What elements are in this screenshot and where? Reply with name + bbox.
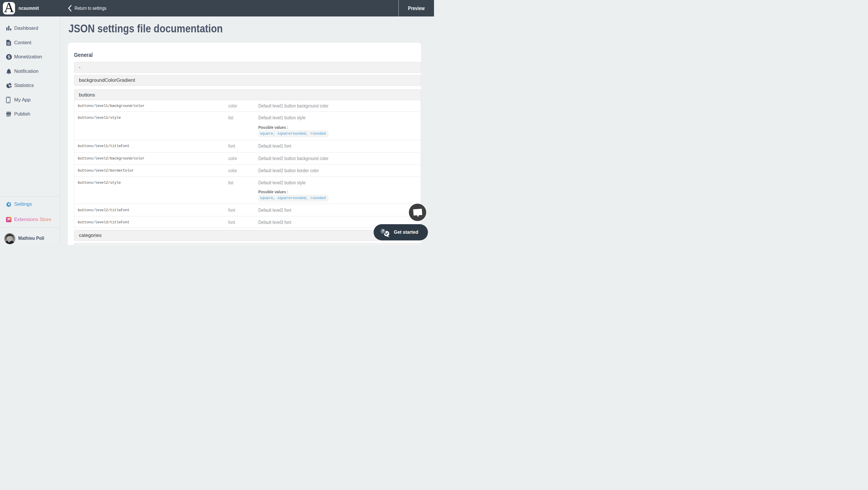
svg-text:$: $ — [8, 55, 10, 59]
svg-text:?: ? — [382, 229, 384, 233]
